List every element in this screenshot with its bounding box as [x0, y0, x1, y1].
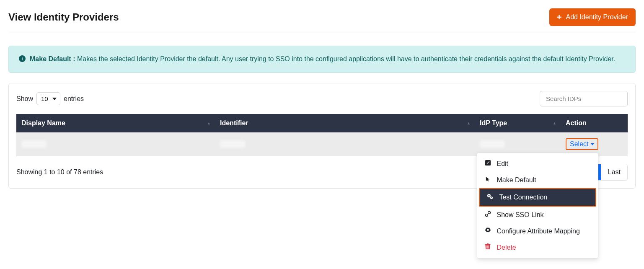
- cell-display-name: [16, 132, 215, 156]
- col-action: Action: [561, 114, 628, 132]
- info-label: Make Default :: [30, 55, 75, 62]
- plus-icon: +: [557, 13, 562, 21]
- showing-text: Showing 1 to 10 of 78 entries: [16, 168, 103, 176]
- info-icon: i: [19, 55, 26, 65]
- table-row: Select Edit: [16, 132, 628, 156]
- info-text-wrap: Make Default : Makes the selected Identi…: [30, 54, 615, 65]
- cursor-icon: [484, 176, 491, 184]
- svg-rect-8: [487, 246, 487, 249]
- search-input[interactable]: [540, 91, 628, 106]
- cell-identifier: [215, 132, 475, 156]
- gear-icon: [484, 227, 491, 235]
- dropdown-test-connection-label: Test Connection: [499, 194, 547, 201]
- table-controls: Show 10 entries: [16, 91, 628, 106]
- dropdown-show-sso[interactable]: Show SSO Link: [477, 207, 598, 223]
- action-select-button[interactable]: Select: [570, 140, 594, 148]
- dropdown-edit[interactable]: Edit: [477, 155, 598, 172]
- table-header-row: Display Name Identifier IdP Type Action: [16, 114, 628, 132]
- svg-text:i: i: [21, 56, 23, 61]
- dropdown-configure-attribute[interactable]: Configure Attribute Mapping: [477, 223, 598, 239]
- entries-label: entries: [64, 95, 84, 103]
- dropdown-show-sso-label: Show SSO Link: [497, 211, 543, 219]
- edit-icon: [484, 160, 491, 168]
- gears-icon: [486, 193, 494, 202]
- svg-point-6: [491, 197, 492, 198]
- idp-table: Display Name Identifier IdP Type Action …: [16, 114, 628, 156]
- svg-rect-9: [488, 246, 488, 249]
- dropdown-test-connection[interactable]: Test Connection: [479, 188, 596, 207]
- dropdown-configure-label: Configure Attribute Mapping: [497, 228, 579, 235]
- dropdown-edit-label: Edit: [497, 160, 508, 168]
- svg-point-4: [489, 195, 490, 197]
- dropdown-delete[interactable]: Delete: [477, 239, 598, 256]
- add-button-label: Add Identity Provider: [566, 13, 628, 21]
- idp-table-card: Show 10 entries Display Name Identifier …: [8, 83, 636, 189]
- dropdown-make-default-label: Make Default: [497, 176, 536, 184]
- cell-action: Select Edit: [561, 132, 628, 156]
- link-icon: [484, 211, 491, 219]
- svg-rect-10: [489, 246, 489, 249]
- col-identifier[interactable]: Identifier: [215, 114, 475, 132]
- page-last-button[interactable]: Last: [601, 164, 627, 180]
- dropdown-make-default[interactable]: Make Default: [477, 172, 598, 188]
- caret-down-icon: [591, 143, 594, 145]
- show-entries: Show 10 entries: [16, 92, 84, 105]
- action-dropdown: Edit Make Default: [477, 153, 598, 259]
- add-identity-provider-button[interactable]: + Add Identity Provider: [549, 8, 636, 26]
- info-alert: i Make Default : Makes the selected Iden…: [8, 46, 636, 73]
- action-select-wrap: Select Edit: [566, 138, 598, 150]
- svg-point-7: [487, 229, 489, 231]
- dropdown-delete-label: Delete: [497, 244, 516, 251]
- page-header: View Identity Providers + Add Identity P…: [8, 8, 636, 33]
- page-title: View Identity Providers: [8, 11, 119, 23]
- show-label: Show: [16, 95, 33, 103]
- info-text: Makes the selected Identity Provider the…: [77, 55, 615, 62]
- page-size-select[interactable]: 10: [36, 92, 60, 105]
- col-idp-type[interactable]: IdP Type: [475, 114, 561, 132]
- select-label: Select: [570, 140, 588, 148]
- trash-icon: [484, 243, 491, 251]
- col-display-name[interactable]: Display Name: [16, 114, 215, 132]
